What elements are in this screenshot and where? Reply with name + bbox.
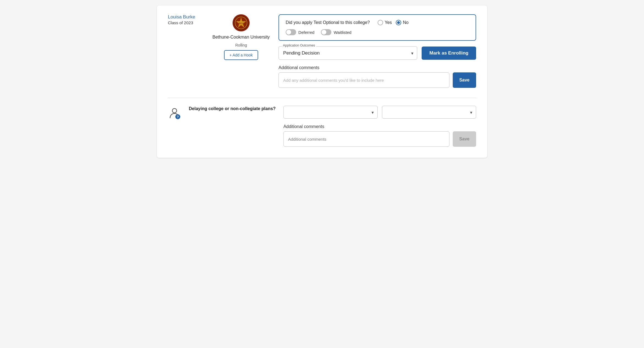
toggles-row: Deferred Waitlisted: [286, 29, 469, 35]
delay-icon: ?: [168, 107, 181, 120]
main-card: Louisa Burke Class of 2023 BCU Bethune-C…: [157, 6, 487, 158]
delay-save-button[interactable]: Save: [453, 131, 476, 147]
outcomes-select-wrap: Application Outcomes Pending Decision Ac…: [279, 46, 417, 60]
student-info: Louisa Burke Class of 2023: [168, 14, 204, 25]
doing-select[interactable]: Taking a gap year Working Military servi…: [283, 106, 378, 119]
admission-type: Rolling: [235, 43, 247, 47]
reason-select[interactable]: Financial reasons Personal reasons Acade…: [382, 106, 476, 119]
college-name: Bethune-Cookman University: [212, 34, 270, 40]
svg-text:BCU: BCU: [239, 22, 243, 24]
waitlisted-toggle-item: Waitlisted: [321, 29, 351, 35]
radio-yes-label: Yes: [385, 20, 392, 25]
save-button[interactable]: Save: [453, 72, 476, 88]
radio-group: Yes No: [378, 20, 409, 25]
delay-dropdowns-row: Taking a gap year Working Military servi…: [283, 106, 476, 119]
delay-comments-label: Additional comments: [283, 124, 476, 129]
college-logo: BCU: [233, 14, 250, 31]
college-info: BCU Bethune-Cookman University Rolling +…: [212, 14, 270, 60]
doing-select-wrap: Taking a gap year Working Military servi…: [283, 106, 378, 119]
student-class: Class of 2023: [168, 20, 204, 25]
radio-no[interactable]: No: [396, 20, 408, 25]
delay-controls: Taking a gap year Working Military servi…: [283, 106, 476, 147]
test-optional-question: Did you apply Test Optional to this coll…: [286, 20, 370, 25]
radio-yes[interactable]: Yes: [378, 20, 392, 25]
right-section: Did you apply Test Optional to this coll…: [279, 14, 476, 90]
test-optional-row: Did you apply Test Optional to this coll…: [286, 20, 469, 25]
svg-text:?: ?: [177, 115, 179, 119]
comments-label: Additional comments: [279, 65, 476, 70]
svg-point-6: [172, 108, 177, 113]
outcomes-label: Application Outcomes: [282, 44, 316, 47]
delay-title: Delaying college or non-collegiate plans…: [189, 106, 276, 112]
deferred-toggle[interactable]: [286, 29, 296, 35]
comments-row: Save: [279, 72, 476, 88]
delay-section: ? Delaying college or non-collegiate pla…: [168, 106, 476, 147]
outcomes-row: Application Outcomes Pending Decision Ac…: [279, 46, 476, 60]
radio-no-label: No: [403, 20, 408, 25]
radio-no-circle: [396, 20, 401, 25]
delay-comments-input[interactable]: [283, 131, 449, 147]
comments-section: Additional comments Save: [279, 65, 476, 88]
test-optional-box: Did you apply Test Optional to this coll…: [279, 14, 476, 41]
waitlisted-toggle[interactable]: [321, 29, 331, 35]
reason-select-wrap: Financial reasons Personal reasons Acade…: [382, 106, 476, 119]
deferred-toggle-item: Deferred: [286, 29, 314, 35]
comments-input[interactable]: [279, 72, 449, 88]
radio-yes-circle: [378, 20, 383, 25]
add-hook-button[interactable]: + Add a Hook: [224, 50, 258, 60]
delay-comments-row: Save: [283, 131, 476, 147]
student-name: Louisa Burke: [168, 14, 204, 20]
top-section: Louisa Burke Class of 2023 BCU Bethune-C…: [168, 14, 476, 90]
outcomes-select[interactable]: Pending Decision Accepted Denied Waitlis…: [279, 46, 417, 60]
mark-enrolling-button[interactable]: Mark as Enrolling: [422, 47, 476, 60]
deferred-label: Deferred: [298, 30, 314, 35]
waitlisted-label: Waitlisted: [334, 30, 351, 35]
section-divider: [168, 98, 476, 98]
